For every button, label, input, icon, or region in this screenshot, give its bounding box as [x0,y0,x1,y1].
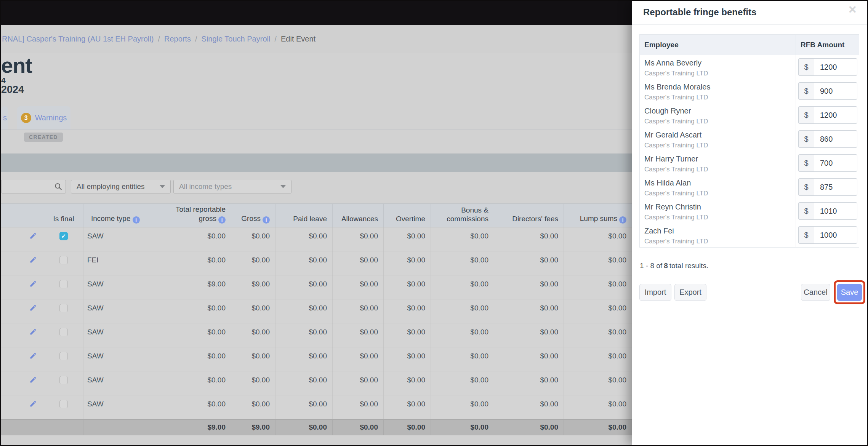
income-type-cell: SAW [83,323,156,347]
amount-cell: $0.00 [494,371,564,395]
info-icon[interactable]: i [263,216,270,224]
rfb-amount-cell: $ [796,127,859,151]
amount-cell: $0.00 [333,227,384,251]
employee-cell-cropped [1,299,22,323]
edit-pencil-icon[interactable] [29,232,37,240]
results-summary: 1 - 8 of8total results. [640,262,710,270]
employee-name: Clough Ryner [644,107,796,115]
rfb-table-row: Ms Hilda AlanCasper's Training LTD$ [640,175,859,199]
breadcrumb-separator: / [274,35,277,43]
tab-warnings[interactable]: 3 Warnings [17,106,70,129]
is-final-checkbox[interactable] [59,328,68,336]
close-icon[interactable]: ✕ [848,5,857,15]
rfb-employee-cell: Clough RynerCasper's Training LTD [640,103,796,127]
edit-pencil-icon[interactable] [29,400,37,408]
employee-company: Casper's Training LTD [644,118,796,125]
is-final-checkbox[interactable] [59,304,68,312]
is-final-checkbox[interactable] [59,280,68,288]
rfb-amount-input[interactable] [814,58,857,76]
amount-cell: $0.00 [384,227,431,251]
is-final-checkbox[interactable] [59,256,68,264]
is-final-checkbox[interactable]: ✓ [59,232,68,240]
currency-prefix: $ [798,82,814,100]
is-final-cell [44,275,83,299]
rfb-amount-input[interactable] [814,130,857,148]
export-button[interactable]: Export [674,284,706,301]
info-icon[interactable]: i [133,216,140,224]
rfb-amount-input[interactable] [814,226,857,244]
total-amount-cell: $9.00 [231,420,275,435]
breadcrumb-business[interactable]: RNAL] Casper's Training (AU 1st EH Payro… [2,35,154,43]
currency-prefix: $ [798,178,814,196]
stp-table-header: Is final Income typei Total reportable g… [1,203,632,227]
amount-cell: $0.00 [275,395,333,419]
amount-cell: $0.00 [275,275,333,299]
header-gross: Grossi [231,204,275,227]
status-badge: CREATED [24,133,63,142]
rfb-amount-cell: $ [796,175,859,199]
is-final-cell [44,299,83,323]
rfb-amount-cell: $ [796,151,859,175]
save-button[interactable]: Save [837,284,862,301]
rfb-table-row: Mr Harry TurnerCasper's Training LTD$ [640,151,859,175]
rfb-header-employee: Employee [640,35,796,55]
edit-pencil-icon[interactable] [29,280,37,288]
amount-cell: $0.00 [333,299,384,323]
tab-events-partial[interactable]: s [1,106,8,129]
rfb-amount-input[interactable] [814,202,857,220]
search-input[interactable] [4,182,54,191]
amount-cell: $0.00 [564,227,632,251]
header-edit [22,204,44,227]
amount-cell: $0.00 [431,299,494,323]
amount-cell: $0.00 [431,371,494,395]
rfb-amount-input[interactable] [814,82,857,100]
search-icon [54,182,62,191]
total-amount-cell: $0.00 [275,420,333,435]
amount-cell: $0.00 [431,347,494,371]
stp-table-body: ✓SAW$0.00$0.00$0.00$0.00$0.00$0.00$0.00$… [1,227,632,419]
income-type-cell: SAW [83,347,156,371]
search-box[interactable] [1,180,66,193]
amount-cell: $0.00 [156,251,231,275]
employee-name: Ms Hilda Alan [644,179,796,187]
amount-cell: $0.00 [431,395,494,419]
currency-prefix: $ [798,226,814,244]
edit-pencil-icon[interactable] [29,328,37,336]
section-header-band [1,153,632,172]
info-icon[interactable]: i [619,216,626,224]
header-is-final: Is final [44,204,83,227]
edit-pencil-icon[interactable] [29,352,37,360]
amount-cell: $0.00 [231,371,275,395]
edit-pencil-icon[interactable] [29,376,37,384]
amount-cell: $0.00 [564,371,632,395]
info-icon[interactable]: i [218,216,226,224]
rfb-amount-input[interactable] [814,178,857,196]
breadcrumb-reports[interactable]: Reports [164,35,191,43]
income-types-dropdown[interactable]: All income types [173,180,291,193]
employee-name: Ms Brenda Morales [644,83,796,91]
results-prefix: 1 - 8 of [640,262,662,270]
currency-prefix: $ [798,58,814,76]
amount-cell: $0.00 [564,275,632,299]
import-button[interactable]: Import [639,284,671,301]
is-final-checkbox[interactable] [59,376,68,384]
rfb-table-row: Mr Gerald AscartCasper's Training LTD$ [640,127,859,151]
edit-pencil-icon[interactable] [29,304,37,312]
amount-cell: $0.00 [333,395,384,419]
rfb-amount-input[interactable] [814,106,857,124]
employing-entities-dropdown[interactable]: All employing entities [71,180,171,193]
cancel-button[interactable]: Cancel [801,284,830,301]
amount-cell: $0.00 [275,251,333,275]
totals-empty-cell [83,420,156,435]
amount-cell: $0.00 [275,323,333,347]
main-page: RNAL] Casper's Training (AU 1st EH Payro… [1,1,632,445]
is-final-checkbox[interactable] [59,352,68,360]
rfb-table-row: Ms Anna BeverlyCasper's Training LTD$ [640,55,859,79]
rfb-amount-cell: $ [796,79,859,103]
edit-pencil-icon[interactable] [29,256,37,264]
table-row: ✓SAW$0.00$0.00$0.00$0.00$0.00$0.00$0.00$… [1,227,632,251]
is-final-checkbox[interactable] [59,400,68,408]
rfb-amount-input[interactable] [814,154,857,172]
breadcrumb-stp[interactable]: Single Touch Payroll [202,35,271,43]
employee-cell-cropped [1,395,22,419]
